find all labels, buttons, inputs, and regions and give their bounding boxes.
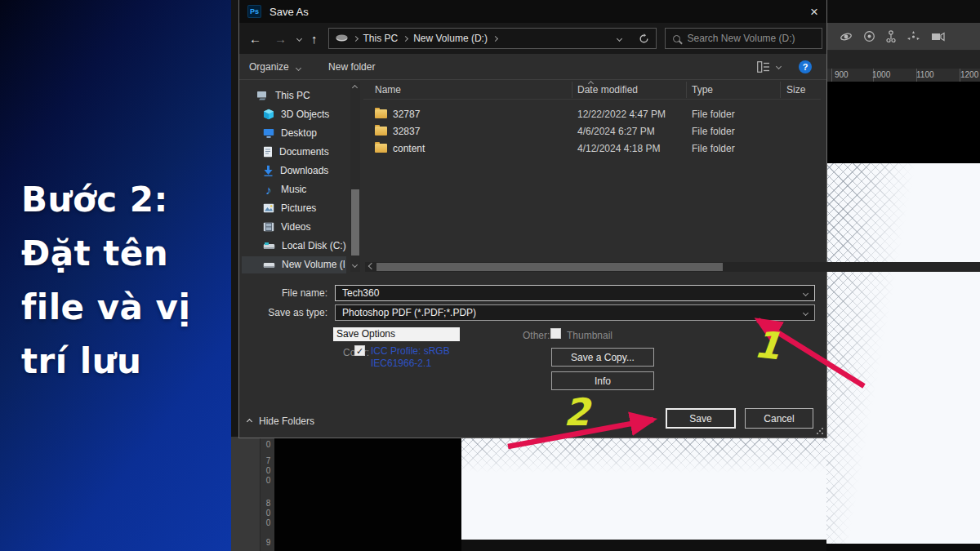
ruler-mark: 900 xyxy=(835,70,849,79)
sidebar-scrollbar[interactable] xyxy=(350,82,360,272)
save-as-type-select[interactable]: Photoshop PDF (*.PDF;*.PDP) xyxy=(335,304,815,321)
hide-folders-button[interactable]: Hide Folders xyxy=(247,415,314,427)
file-row[interactable]: 32837 4/6/2024 6:27 PM File folder xyxy=(363,123,821,140)
view-list-icon[interactable] xyxy=(757,61,770,73)
ruler-mark: 9 xyxy=(264,538,273,548)
search-box[interactable] xyxy=(665,28,822,49)
sidebar-item-music[interactable]: ♪ Music xyxy=(263,181,306,198)
save-a-copy-button[interactable]: Save a Copy... xyxy=(551,348,654,367)
sidebar-item-local-disk-c[interactable]: Local Disk (C:) xyxy=(263,238,346,254)
pan-3d-icon[interactable] xyxy=(886,30,896,43)
folder-icon xyxy=(375,144,387,153)
ruler-mark: 1000 xyxy=(872,70,890,79)
file-row[interactable]: content 4/12/2024 4:18 PM File folder xyxy=(363,140,821,158)
photoshop-background: 900 1000 1100 1200 xyxy=(826,0,980,551)
screenshot-stage: Bước 2: Đặt tên file và vị trí lưu 900 1… xyxy=(0,0,980,551)
column-headers: Name Date modified Type Size xyxy=(363,80,821,100)
chevron-down-icon[interactable] xyxy=(803,309,808,315)
breadcrumb-root[interactable]: This PC xyxy=(363,33,399,44)
chevron-down-icon[interactable] xyxy=(803,290,808,295)
help-icon[interactable]: ? xyxy=(799,60,812,73)
chevron-right-icon[interactable] xyxy=(403,35,408,41)
column-header-size[interactable]: Size xyxy=(786,84,805,96)
file-name: 32787 xyxy=(393,109,420,120)
documents-icon xyxy=(263,146,273,158)
rotate-3d-icon[interactable] xyxy=(863,30,875,42)
folder-icon xyxy=(375,127,387,136)
view-dropdown-icon[interactable] xyxy=(776,64,782,69)
canvas-page-area xyxy=(461,438,826,540)
search-input[interactable] xyxy=(688,33,814,44)
address-dropdown-icon[interactable] xyxy=(616,35,621,41)
save-button[interactable]: Save xyxy=(666,408,736,429)
photoshop-app-icon: Ps xyxy=(247,5,261,18)
icc-profile-checkbox[interactable]: ✓ xyxy=(354,345,365,356)
recent-locations-icon[interactable] xyxy=(296,35,302,41)
sidebar-item-desktop[interactable]: Desktop xyxy=(263,125,317,141)
file-name-input[interactable] xyxy=(342,287,799,299)
sidebar-item-pictures[interactable]: Pictures xyxy=(263,200,316,216)
caption-line: trí lưu xyxy=(21,335,190,389)
column-header-type[interactable]: Type xyxy=(692,84,713,96)
file-date: 12/22/2022 4:47 PM xyxy=(577,109,666,120)
info-button[interactable]: Info xyxy=(551,371,654,390)
ruler-mark: 0 xyxy=(264,440,273,450)
dialog-command-bar: Organize New folder ? xyxy=(239,54,826,80)
pictures-icon xyxy=(263,203,274,213)
close-icon[interactable]: × xyxy=(810,5,818,19)
scrollbar-thumb[interactable] xyxy=(376,263,723,271)
move-3d-axis-icon[interactable] xyxy=(906,30,920,42)
caption-panel: Bước 2: Đặt tên file và vị trí lưu xyxy=(0,0,231,551)
ruler-mark: 1200 xyxy=(960,70,978,79)
forward-icon[interactable]: → xyxy=(274,33,287,45)
column-header-name[interactable]: Name xyxy=(375,84,401,96)
videos-icon xyxy=(263,222,274,232)
sidebar-item-downloads[interactable]: Downloads xyxy=(263,162,328,179)
thumbnail-checkbox[interactable] xyxy=(550,328,561,339)
new-folder-button[interactable]: New folder xyxy=(328,61,375,73)
photoshop-toolbar: ••• xyxy=(231,437,260,551)
file-name-combobox[interactable] xyxy=(335,285,815,301)
other-label: Other: xyxy=(523,330,550,341)
file-row[interactable]: 32787 12/22/2022 4:47 PM File folder xyxy=(363,106,821,123)
up-icon[interactable]: ↑ xyxy=(311,33,318,45)
breadcrumb[interactable]: This PC New Volume (D:) xyxy=(328,28,657,49)
sidebar-item-videos[interactable]: Videos xyxy=(263,219,310,235)
back-icon[interactable]: ← xyxy=(249,33,261,45)
scroll-down-icon[interactable] xyxy=(352,262,358,268)
file-name: 32837 xyxy=(393,126,420,137)
save-as-dialog: Ps Save As × ← → ↑ This PC New Volume (D… xyxy=(239,0,826,438)
save-as-type-label: Save as type: xyxy=(246,307,327,318)
breadcrumb-current[interactable]: New Volume (D:) xyxy=(413,33,488,44)
scroll-up-icon[interactable] xyxy=(352,85,358,91)
video-camera-icon[interactable] xyxy=(931,32,946,42)
refresh-icon[interactable] xyxy=(639,33,649,44)
horizontal-ruler: 900 1000 1100 1200 xyxy=(826,69,980,82)
file-date: 4/6/2024 6:27 PM xyxy=(577,126,655,137)
canvas-transparent-area xyxy=(826,163,980,544)
organize-button[interactable]: Organize xyxy=(249,61,301,73)
file-type: File folder xyxy=(692,143,735,154)
canvas-dark-area xyxy=(274,438,461,551)
cancel-button[interactable]: Cancel xyxy=(745,408,813,429)
search-icon xyxy=(673,35,680,42)
horizontal-scrollbar[interactable] xyxy=(365,262,980,272)
column-header-date-modified[interactable]: Date modified xyxy=(577,84,638,96)
dialog-title: Save As xyxy=(270,6,309,18)
resize-grip[interactable] xyxy=(816,427,823,434)
sidebar-item-new-volume-d[interactable]: New Volume (D:) xyxy=(263,256,345,273)
canvas-dark-area xyxy=(826,82,980,163)
sidebar-item-documents[interactable]: Documents xyxy=(263,144,329,160)
sidebar-item-3d-objects[interactable]: 3D Objects xyxy=(263,106,329,122)
caption-line: file và vị xyxy=(21,281,190,335)
ruler-mark: 700 xyxy=(264,456,273,486)
downloads-icon xyxy=(263,165,274,176)
scroll-left-icon[interactable] xyxy=(368,263,375,269)
scrollbar-thumb[interactable] xyxy=(351,189,359,256)
orbit-3d-icon[interactable] xyxy=(840,31,853,42)
file-type: File folder xyxy=(692,109,735,120)
chevron-right-icon xyxy=(352,35,358,41)
sidebar-item-this-pc[interactable]: This PC xyxy=(256,87,310,104)
caption-line: Bước 2: xyxy=(21,173,190,227)
chevron-right-icon[interactable] xyxy=(492,35,498,41)
